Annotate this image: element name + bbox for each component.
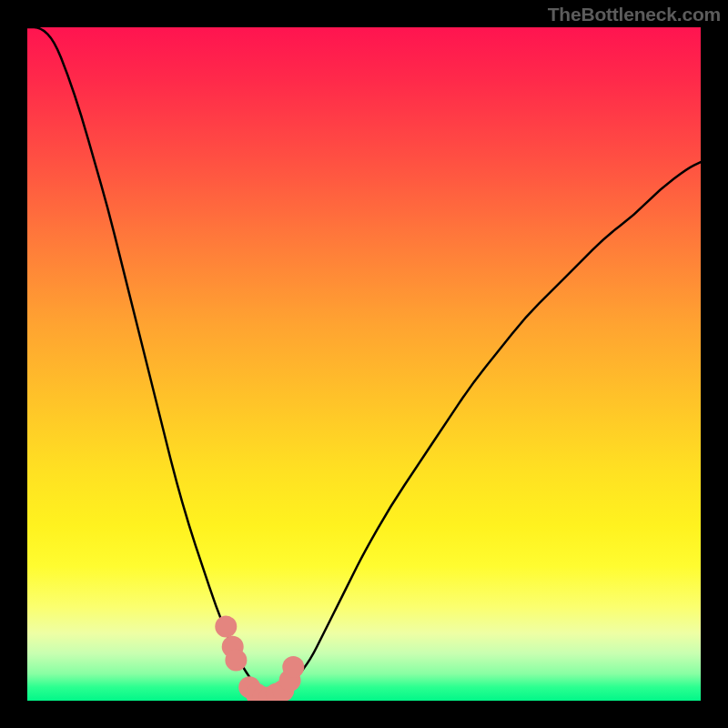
watermark-text: TheBottleneck.com xyxy=(548,4,721,25)
plot-area xyxy=(27,27,701,701)
data-marker xyxy=(215,616,237,638)
data-marker xyxy=(225,650,247,672)
data-marker xyxy=(282,656,304,678)
data-markers xyxy=(215,616,304,701)
curve-layer xyxy=(27,27,701,701)
chart-container: TheBottleneck.com xyxy=(0,0,728,728)
bottleneck-curve xyxy=(27,27,701,697)
